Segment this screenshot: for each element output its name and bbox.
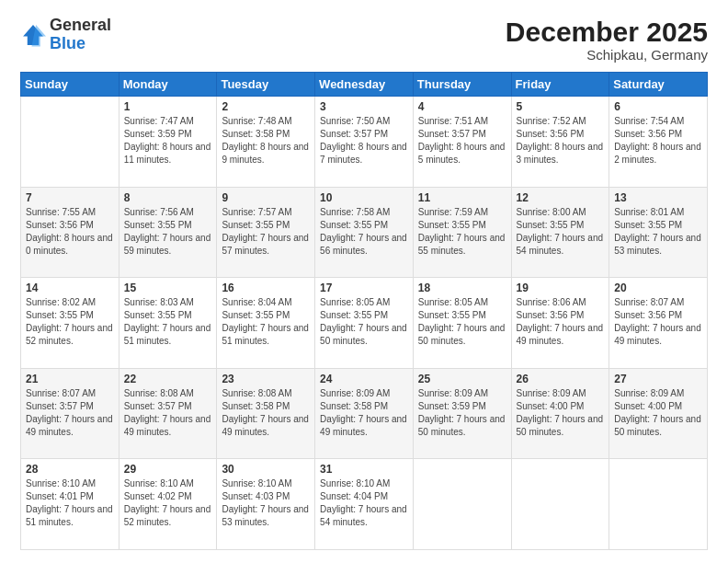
calendar-cell: 13Sunrise: 8:01 AMSunset: 3:55 PMDayligh…	[609, 187, 708, 278]
calendar-cell: 4Sunrise: 7:51 AMSunset: 3:57 PMDaylight…	[413, 97, 511, 188]
calendar-cell: 1Sunrise: 7:47 AMSunset: 3:59 PMDaylight…	[119, 97, 217, 188]
day-info: Sunrise: 8:10 AMSunset: 4:04 PMDaylight:…	[320, 477, 408, 529]
calendar-cell: 17Sunrise: 8:05 AMSunset: 3:55 PMDayligh…	[315, 278, 414, 369]
logo-text: General Blue	[50, 17, 111, 53]
day-info: Sunrise: 8:10 AMSunset: 4:03 PMDaylight:…	[222, 477, 310, 529]
calendar-table: SundayMondayTuesdayWednesdayThursdayFrid…	[20, 72, 708, 550]
calendar-cell	[21, 97, 119, 188]
day-number: 5	[517, 100, 605, 113]
calendar-cell: 23Sunrise: 8:08 AMSunset: 3:58 PMDayligh…	[217, 368, 315, 459]
day-number: 7	[26, 191, 114, 204]
calendar-day-header: Tuesday	[217, 73, 315, 97]
day-number: 13	[614, 191, 702, 204]
day-number: 8	[124, 191, 212, 204]
calendar-cell: 15Sunrise: 8:03 AMSunset: 3:55 PMDayligh…	[119, 278, 217, 369]
day-number: 21	[26, 373, 114, 385]
calendar-cell: 29Sunrise: 8:10 AMSunset: 4:02 PMDayligh…	[119, 459, 217, 550]
calendar-day-header: Thursday	[413, 73, 511, 97]
day-number: 23	[222, 373, 310, 385]
calendar-cell: 7Sunrise: 7:55 AMSunset: 3:56 PMDaylight…	[21, 187, 119, 278]
day-info: Sunrise: 7:47 AMSunset: 3:59 PMDaylight:…	[124, 115, 212, 167]
month-title: December 2025	[506, 17, 708, 47]
day-number: 12	[517, 191, 605, 204]
calendar-cell: 11Sunrise: 7:59 AMSunset: 3:55 PMDayligh…	[413, 187, 511, 278]
calendar-cell: 20Sunrise: 8:07 AMSunset: 3:56 PMDayligh…	[609, 278, 708, 369]
day-number: 11	[418, 191, 506, 204]
day-number: 4	[418, 100, 506, 113]
calendar-day-header: Saturday	[609, 73, 708, 97]
calendar-week-row: 1Sunrise: 7:47 AMSunset: 3:59 PMDaylight…	[21, 97, 708, 188]
day-number: 2	[222, 100, 310, 113]
calendar-cell	[511, 459, 609, 550]
calendar-cell: 12Sunrise: 8:00 AMSunset: 3:55 PMDayligh…	[511, 187, 609, 278]
day-info: Sunrise: 8:09 AMSunset: 4:00 PMDaylight:…	[517, 387, 605, 439]
calendar-cell: 9Sunrise: 7:57 AMSunset: 3:55 PMDaylight…	[217, 187, 315, 278]
calendar-week-row: 7Sunrise: 7:55 AMSunset: 3:56 PMDaylight…	[21, 187, 708, 278]
calendar-cell: 6Sunrise: 7:54 AMSunset: 3:56 PMDaylight…	[609, 97, 708, 188]
day-number: 19	[517, 282, 605, 294]
logo: General Blue	[20, 17, 111, 53]
calendar-day-header: Sunday	[21, 73, 119, 97]
day-info: Sunrise: 7:55 AMSunset: 3:56 PMDaylight:…	[26, 206, 114, 258]
day-number: 6	[614, 100, 702, 113]
day-info: Sunrise: 8:05 AMSunset: 3:55 PMDaylight:…	[418, 296, 506, 348]
subtitle: Schipkau, Germany	[506, 47, 708, 63]
calendar-cell: 16Sunrise: 8:04 AMSunset: 3:55 PMDayligh…	[217, 278, 315, 369]
calendar-cell: 14Sunrise: 8:02 AMSunset: 3:55 PMDayligh…	[21, 278, 119, 369]
day-info: Sunrise: 8:10 AMSunset: 4:02 PMDaylight:…	[124, 477, 212, 529]
day-info: Sunrise: 8:02 AMSunset: 3:55 PMDaylight:…	[26, 296, 114, 348]
day-info: Sunrise: 8:00 AMSunset: 3:55 PMDaylight:…	[517, 206, 605, 258]
calendar-header-row: SundayMondayTuesdayWednesdayThursdayFrid…	[21, 73, 708, 97]
day-info: Sunrise: 8:04 AMSunset: 3:55 PMDaylight:…	[222, 296, 310, 348]
calendar-cell: 24Sunrise: 8:09 AMSunset: 3:58 PMDayligh…	[315, 368, 414, 459]
day-info: Sunrise: 8:07 AMSunset: 3:56 PMDaylight:…	[614, 296, 702, 348]
day-info: Sunrise: 7:56 AMSunset: 3:55 PMDaylight:…	[124, 206, 212, 258]
calendar-cell: 10Sunrise: 7:58 AMSunset: 3:55 PMDayligh…	[315, 187, 414, 278]
calendar-cell: 27Sunrise: 8:09 AMSunset: 4:00 PMDayligh…	[609, 368, 708, 459]
calendar-cell	[413, 459, 511, 550]
day-info: Sunrise: 8:08 AMSunset: 3:57 PMDaylight:…	[124, 387, 212, 439]
logo-general-text: General	[50, 16, 111, 34]
calendar-cell: 28Sunrise: 8:10 AMSunset: 4:01 PMDayligh…	[21, 459, 119, 550]
day-info: Sunrise: 8:07 AMSunset: 3:57 PMDaylight:…	[26, 387, 114, 439]
calendar-week-row: 21Sunrise: 8:07 AMSunset: 3:57 PMDayligh…	[21, 368, 708, 459]
calendar-cell: 2Sunrise: 7:48 AMSunset: 3:58 PMDaylight…	[217, 97, 315, 188]
calendar-cell: 31Sunrise: 8:10 AMSunset: 4:04 PMDayligh…	[315, 459, 414, 550]
day-number: 27	[614, 373, 702, 385]
day-number: 15	[124, 282, 212, 294]
logo-icon	[20, 22, 46, 48]
page: General Blue December 2025 Schipkau, Ger…	[0, 0, 728, 563]
calendar-week-row: 28Sunrise: 8:10 AMSunset: 4:01 PMDayligh…	[21, 459, 708, 550]
calendar-cell: 3Sunrise: 7:50 AMSunset: 3:57 PMDaylight…	[315, 97, 414, 188]
day-number: 17	[320, 282, 408, 294]
day-info: Sunrise: 7:58 AMSunset: 3:55 PMDaylight:…	[320, 206, 408, 258]
day-info: Sunrise: 8:09 AMSunset: 3:58 PMDaylight:…	[320, 387, 408, 439]
day-info: Sunrise: 7:51 AMSunset: 3:57 PMDaylight:…	[418, 115, 506, 167]
day-info: Sunrise: 8:01 AMSunset: 3:55 PMDaylight:…	[614, 206, 702, 258]
day-number: 20	[614, 282, 702, 294]
day-info: Sunrise: 7:52 AMSunset: 3:56 PMDaylight:…	[517, 115, 605, 167]
calendar-cell: 26Sunrise: 8:09 AMSunset: 4:00 PMDayligh…	[511, 368, 609, 459]
calendar-day-header: Friday	[511, 73, 609, 97]
day-number: 26	[517, 373, 605, 385]
day-number: 3	[320, 100, 408, 113]
header: General Blue December 2025 Schipkau, Ger…	[20, 17, 708, 63]
calendar-cell: 25Sunrise: 8:09 AMSunset: 3:59 PMDayligh…	[413, 368, 511, 459]
day-info: Sunrise: 7:57 AMSunset: 3:55 PMDaylight:…	[222, 206, 310, 258]
logo-blue-text: Blue	[50, 34, 85, 52]
day-info: Sunrise: 8:03 AMSunset: 3:55 PMDaylight:…	[124, 296, 212, 348]
calendar-cell: 5Sunrise: 7:52 AMSunset: 3:56 PMDaylight…	[511, 97, 609, 188]
calendar-cell: 18Sunrise: 8:05 AMSunset: 3:55 PMDayligh…	[413, 278, 511, 369]
day-info: Sunrise: 8:08 AMSunset: 3:58 PMDaylight:…	[222, 387, 310, 439]
day-info: Sunrise: 7:59 AMSunset: 3:55 PMDaylight:…	[418, 206, 506, 258]
day-number: 1	[124, 100, 212, 113]
day-number: 18	[418, 282, 506, 294]
day-info: Sunrise: 8:06 AMSunset: 3:56 PMDaylight:…	[517, 296, 605, 348]
calendar-cell: 19Sunrise: 8:06 AMSunset: 3:56 PMDayligh…	[511, 278, 609, 369]
day-number: 16	[222, 282, 310, 294]
calendar-cell	[609, 459, 708, 550]
calendar-week-row: 14Sunrise: 8:02 AMSunset: 3:55 PMDayligh…	[21, 278, 708, 369]
day-info: Sunrise: 8:09 AMSunset: 3:59 PMDaylight:…	[418, 387, 506, 439]
calendar-day-header: Monday	[119, 73, 217, 97]
day-number: 14	[26, 282, 114, 294]
